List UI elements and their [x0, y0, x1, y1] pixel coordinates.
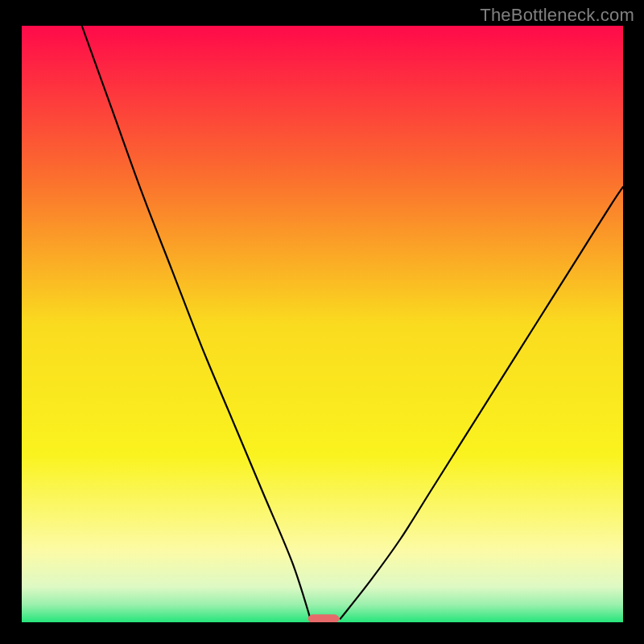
chart-container: TheBottleneck.com	[0, 0, 644, 644]
plot-background	[22, 26, 623, 622]
bottleneck-chart	[0, 0, 644, 644]
watermark-text: TheBottleneck.com	[480, 5, 634, 26]
bottom-marker	[308, 614, 340, 622]
